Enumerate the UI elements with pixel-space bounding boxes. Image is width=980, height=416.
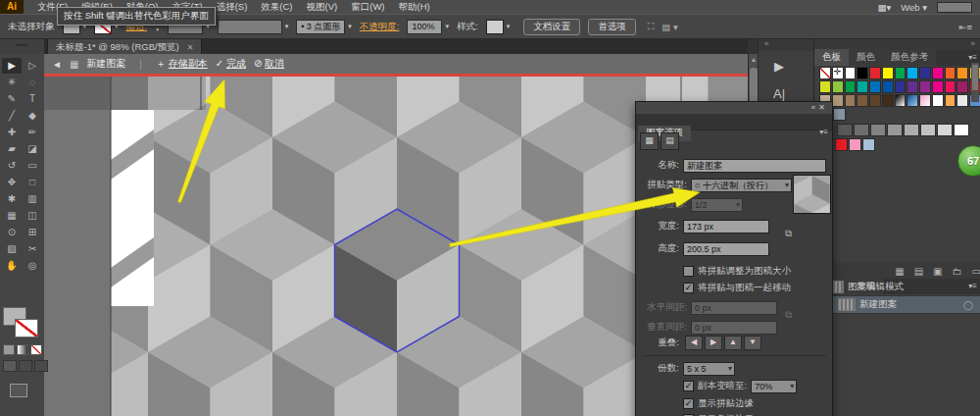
perspective-grid-tool[interactable]: ✱ [2, 191, 22, 207]
draw-inside-mode-button[interactable] [34, 360, 48, 372]
gray-swatch[interactable] [887, 124, 903, 136]
new-swatch-icon[interactable]: 🗀 [953, 266, 962, 277]
swatch[interactable] [862, 138, 875, 151]
menu-item[interactable]: 视图(V) [307, 1, 338, 14]
panel-icon-symbols[interactable]: ▶ [762, 55, 796, 78]
layer-row-pattern[interactable]: ▶ 新建图案 ◯ [814, 296, 980, 314]
swatch[interactable] [832, 94, 844, 107]
shape-tool[interactable]: ◆ [23, 108, 42, 124]
slice-tool[interactable]: ✂ [23, 241, 42, 257]
gradient-tool[interactable]: ▦ [2, 208, 22, 224]
swatch-kinds-icon[interactable]: ▦ [895, 266, 904, 277]
mesh-tool[interactable]: ▥ [23, 191, 42, 207]
menu-item[interactable]: 窗口(W) [351, 1, 384, 14]
panel-titlebar[interactable]: «✕ [636, 102, 832, 114]
artboard-tool[interactable]: ▧ [2, 241, 22, 257]
workspace-switcher[interactable]: Web ▾ [901, 2, 927, 13]
swatch[interactable] [919, 80, 931, 93]
new-color-group-icon[interactable]: ▣ [933, 266, 942, 277]
swatch[interactable] [945, 94, 956, 107]
gray-swatch[interactable] [920, 124, 936, 136]
swatches-scrollbar[interactable] [971, 63, 979, 102]
layer-row-isolation[interactable]: ▼ 图案编辑模式 [814, 279, 980, 296]
layer-thumbnail[interactable] [838, 298, 856, 311]
swatch[interactable] [932, 80, 944, 93]
gray-swatch[interactable] [837, 124, 853, 136]
swatch[interactable] [832, 80, 844, 93]
swatch[interactable] [882, 94, 894, 107]
swatch[interactable] [906, 80, 918, 93]
swatch[interactable] [869, 67, 881, 79]
collapse-controlbar-icon[interactable]: ⇤≡ [958, 22, 972, 32]
swatch[interactable] [845, 94, 857, 107]
done-button[interactable]: ✓ 完成 [216, 57, 246, 71]
graph-tool[interactable]: ⊞ [23, 225, 42, 240]
rotate-tool[interactable]: ↺ [2, 158, 22, 174]
width-profile-dropdown[interactable]: ▾ [218, 20, 289, 34]
transform-icon[interactable]: ▤ ▾ [662, 22, 677, 32]
cancel-button[interactable]: ⊘ 取消 [254, 57, 284, 71]
panel-menu-icon[interactable]: ▾≡ [819, 128, 828, 136]
arrange-documents-icon[interactable]: ▦▾ [877, 2, 891, 13]
swatch[interactable] [895, 80, 906, 93]
close-panel-icon[interactable]: ✕ [818, 103, 828, 112]
expand-dock-icon[interactable]: « [759, 37, 814, 51]
align-icon[interactable]: ⛶ [648, 21, 655, 32]
gray-swatch[interactable] [854, 124, 869, 136]
menu-item[interactable]: 帮助(H) [399, 1, 430, 14]
pattern-name-input[interactable]: 新建图案 [683, 159, 826, 173]
swatch[interactable] [835, 138, 848, 151]
swatch[interactable] [932, 67, 944, 79]
app-bar-button[interactable] [937, 2, 972, 13]
panel-tab[interactable]: 色板 [814, 49, 849, 66]
swatch[interactable] [956, 80, 968, 93]
pattern-tile-tool-button[interactable]: ▦ [640, 132, 659, 150]
swatch[interactable] [832, 67, 844, 79]
draw-behind-mode-button[interactable] [19, 360, 32, 372]
move-tile-checkbox[interactable]: ✓ [683, 283, 694, 293]
overlap-right-in-front[interactable]: ▶ [705, 336, 722, 350]
opacity-link[interactable]: 不透明度: [360, 21, 400, 33]
pattern-tile-tool-button[interactable]: ▤ [661, 132, 679, 150]
overlap-left-in-front[interactable]: ◀ [685, 336, 703, 350]
swatch[interactable] [895, 94, 906, 107]
swatch[interactable] [857, 80, 868, 93]
toolbar-gripper[interactable]: ▪▪▪▪ [0, 37, 44, 54]
swatch[interactable] [945, 67, 956, 79]
type-tool[interactable]: T [23, 91, 42, 107]
copies-dropdown[interactable]: 5 x 5 [683, 362, 735, 376]
swatch[interactable] [857, 94, 868, 107]
pencil-tool[interactable]: ✏ [23, 125, 42, 140]
height-input[interactable]: 200.5 px [683, 242, 769, 256]
direct-selection-tool[interactable]: ▷ [23, 58, 42, 74]
document-tab[interactable]: 未标题-1* @ 98% (RGB/预览) ✕ [47, 38, 202, 55]
document-setup-button[interactable]: 文档设置 [523, 19, 580, 35]
paintbrush-tool[interactable]: ✚ [2, 125, 22, 140]
delete-swatch-icon[interactable]: ▭ [972, 266, 980, 277]
menu-item[interactable]: 效果(C) [261, 1, 292, 14]
free-transform-tool[interactable]: ✥ [2, 175, 22, 190]
line-segment-tool[interactable]: ╱ [2, 108, 22, 124]
scale-tool[interactable]: ▭ [23, 158, 42, 174]
swatch[interactable] [882, 80, 894, 93]
pattern-swatch[interactable] [833, 108, 846, 121]
swatch[interactable] [869, 94, 881, 107]
dim-copies-dropdown[interactable]: 70% [751, 380, 797, 393]
tile-type-dropdown[interactable]: ○ 十六进制（按行） [691, 179, 792, 192]
style-swatch[interactable]: ▾ [486, 20, 511, 34]
lasso-tool[interactable]: ◌ [23, 75, 42, 90]
swatch-libraries-icon[interactable]: ▤ [914, 266, 923, 277]
dim-copies-checkbox[interactable]: ✓ [683, 381, 694, 391]
swatch[interactable] [906, 67, 918, 79]
exit-pattern-mode-icon[interactable]: ◄ [52, 59, 62, 70]
close-tab-icon[interactable]: ✕ [187, 43, 194, 52]
menu-item[interactable]: 选择(S) [217, 1, 248, 14]
stroke-color-indicator[interactable] [15, 319, 38, 338]
swatch[interactable] [869, 80, 881, 93]
eraser-tool[interactable]: ◪ [23, 141, 42, 157]
panel-menu-icon[interactable]: ▾≡ [968, 53, 977, 62]
opacity-value[interactable]: 100%▾ [407, 20, 449, 34]
gradient-button[interactable] [17, 344, 28, 355]
magic-wand-tool[interactable]: ✳ [2, 75, 22, 90]
show-tile-edge-checkbox[interactable]: ✓ [683, 398, 694, 409]
